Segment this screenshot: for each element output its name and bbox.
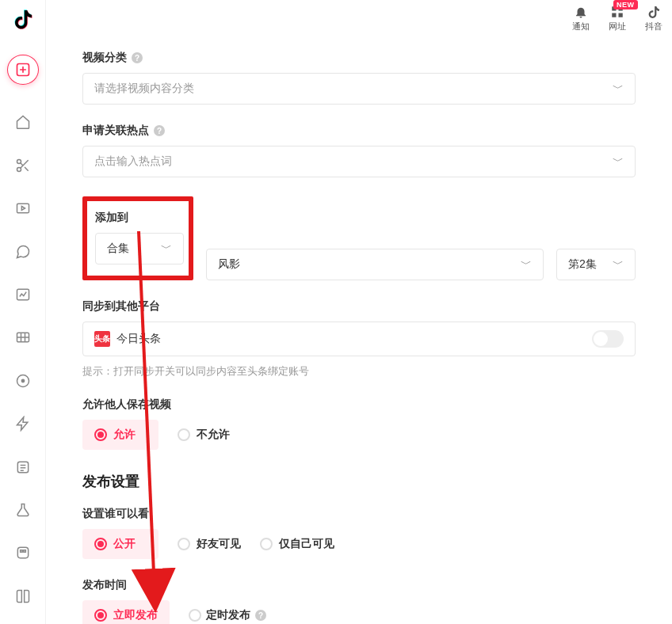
collection-type-select[interactable]: 合集 ﹀ [95, 233, 184, 264]
visibility-field: 设置谁可以看 公开 好友可见 仅自己可见 [82, 507, 636, 559]
chevron-down-icon: ﹀ [613, 257, 624, 272]
allow-save-no[interactable]: 不允许 [178, 420, 230, 450]
svg-point-1 [17, 159, 21, 163]
public-label: 公开 [113, 537, 136, 551]
radio-icon [189, 609, 201, 622]
video-category-select[interactable]: 请选择视频内容分类 ﹀ [82, 73, 636, 105]
allow-save-yes[interactable]: 允许 [82, 420, 158, 450]
video-category-field: 视频分类 ? 请选择视频内容分类 ﹀ [82, 51, 636, 105]
publish-time-label: 发布时间 [82, 578, 127, 592]
nav-app-icon[interactable] [7, 538, 39, 568]
publish-time-field: 发布时间 立即发布 定时发布 ? [82, 578, 636, 624]
publish-settings-title: 发布设置 [82, 472, 636, 491]
sync-label: 同步到其他平台 [82, 299, 160, 314]
hotspot-select[interactable]: 点击输入热点词 ﹀ [82, 146, 636, 177]
nav-chat-icon[interactable] [7, 236, 39, 266]
nav-video-icon[interactable] [7, 193, 39, 223]
radio-icon [94, 428, 107, 441]
chevron-down-icon: ﹀ [521, 257, 532, 272]
nav-bolt-icon[interactable] [7, 409, 39, 439]
svg-rect-9 [17, 548, 28, 558]
sidebar [0, 0, 46, 624]
add-to-label: 添加到 [95, 211, 128, 225]
episode-select[interactable]: 第2集 ﹀ [556, 249, 636, 280]
nav-form-icon[interactable] [7, 451, 39, 481]
visibility-self[interactable]: 仅自己可见 [260, 529, 334, 559]
allow-save-field: 允许他人保存视频 允许 不允许 [82, 398, 636, 450]
nav-scissors-icon[interactable] [7, 150, 39, 181]
help-icon[interactable]: ? [154, 125, 165, 136]
nav-radio-icon[interactable] [7, 366, 39, 396]
collection-type-value: 合集 [107, 242, 129, 256]
visibility-label: 设置谁可以看 [82, 507, 149, 521]
nav-book-icon[interactable] [7, 581, 39, 611]
chevron-down-icon: ﹀ [161, 242, 172, 256]
help-icon[interactable]: ? [255, 610, 266, 621]
chevron-down-icon: ﹀ [613, 154, 624, 169]
svg-point-2 [17, 167, 21, 171]
nav-flask-icon[interactable] [7, 495, 39, 525]
publish-scheduled[interactable]: 定时发布 ? [189, 600, 266, 624]
svg-rect-3 [17, 204, 29, 213]
sync-toggle[interactable] [592, 330, 624, 348]
nav-grid-icon[interactable] [7, 322, 39, 352]
sync-tip: 提示：打开同步开关可以同步内容至头条绑定账号 [82, 364, 636, 379]
radio-icon [94, 609, 107, 622]
radio-icon [178, 428, 190, 441]
visibility-friends[interactable]: 好友可见 [178, 529, 241, 559]
publish-now[interactable]: 立即发布 [82, 600, 170, 624]
allow-save-label: 允许他人保存视频 [82, 398, 171, 412]
visibility-public[interactable]: 公开 [82, 529, 158, 559]
main-content: 视频分类 ? 请选择视频内容分类 ﹀ 申请关联热点 ? 点击输入热点词 ﹀ 添加… [46, 0, 672, 624]
video-category-label: 视频分类 [82, 51, 127, 65]
sync-card: 头条 今日头条 [82, 322, 636, 356]
nav-home-icon[interactable] [7, 107, 39, 137]
hotspot-label: 申请关联热点 [82, 124, 149, 138]
help-icon[interactable]: ? [132, 52, 143, 63]
radio-icon [260, 538, 273, 550]
sync-platform-name: 今日头条 [116, 332, 161, 346]
svg-rect-11 [23, 550, 25, 553]
deny-label: 不允许 [197, 428, 230, 442]
nav-chart-icon[interactable] [7, 280, 39, 310]
collection-name-select[interactable]: 风影 ﹀ [206, 249, 544, 280]
add-to-row: 添加到 合集 ﹀ 风影 ﹀ 第2集 ﹀ [82, 196, 636, 280]
scheduled-label: 定时发布 [206, 608, 250, 622]
self-label: 仅自己可见 [279, 537, 334, 551]
hotspot-field: 申请关联热点 ? 点击输入热点词 ﹀ [82, 124, 636, 177]
sync-field: 同步到其他平台 头条 今日头条 提示：打开同步开关可以同步内容至头条绑定账号 [82, 299, 636, 379]
radio-icon [178, 538, 190, 550]
douyin-logo[interactable] [11, 8, 35, 31]
radio-icon [94, 538, 107, 550]
chevron-down-icon: ﹀ [613, 82, 624, 96]
add-to-highlighted: 添加到 合集 ﹀ [82, 196, 193, 280]
upload-button[interactable] [7, 55, 39, 85]
allow-label: 允许 [113, 428, 136, 442]
svg-rect-10 [20, 550, 22, 553]
episode-value: 第2集 [568, 257, 597, 272]
friends-label: 好友可见 [197, 537, 241, 551]
hotspot-placeholder: 点击输入热点词 [94, 154, 172, 169]
now-label: 立即发布 [113, 608, 158, 622]
toutiao-icon: 头条 [94, 331, 110, 347]
video-category-placeholder: 请选择视频内容分类 [94, 82, 194, 96]
collection-name-value: 风影 [218, 257, 240, 272]
svg-point-7 [21, 379, 24, 382]
